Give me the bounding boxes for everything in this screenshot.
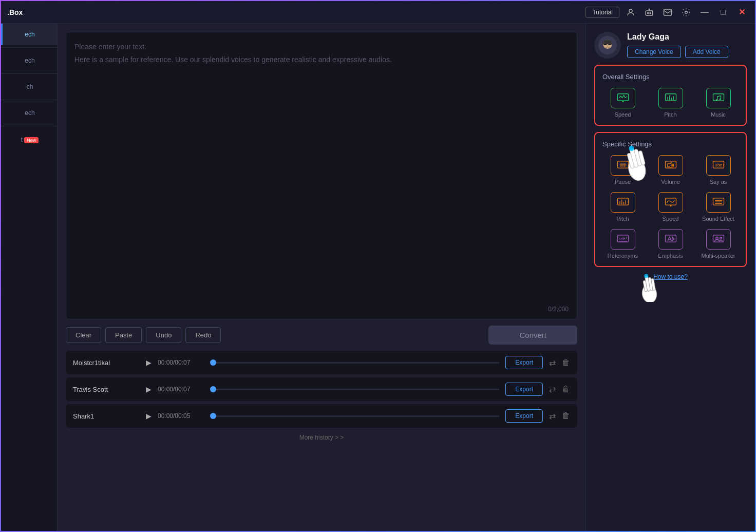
svg-point-21 — [719, 99, 721, 100]
svg-rect-32 — [617, 198, 628, 205]
overall-speed-item[interactable]: Speed — [602, 88, 643, 118]
audio-play-0[interactable]: ▶ — [146, 358, 152, 367]
specific-soundfx-icon-box — [706, 192, 731, 213]
audio-progress-0[interactable] — [210, 362, 499, 364]
specific-hetero-icon-box: abc def — [611, 229, 635, 250]
svg-text:def: def — [621, 236, 627, 240]
specific-pitch-icon-box — [611, 192, 635, 213]
sidebar-item-3[interactable]: ech — [1, 102, 57, 124]
specific-speed-item[interactable]: Speed — [650, 192, 691, 222]
specific-volume-item[interactable]: Volume — [650, 155, 691, 185]
overall-pitch-icon-box — [658, 88, 683, 108]
main-layout: ech ech ch ech t New — [1, 24, 755, 531]
sidebar-item-label-3: ech — [25, 109, 34, 117]
specific-emphasis-item[interactable]: Emphasis — [650, 229, 691, 259]
undo-button[interactable]: Undo — [146, 327, 181, 343]
specific-multispk-item[interactable]: Multi-speaker — [698, 229, 739, 259]
voice-header: Lady Gaga Change Voice Add Voice — [594, 32, 747, 59]
delete-icon-2[interactable]: 🗑 — [562, 411, 570, 421]
specific-hetero-item[interactable]: abc def Heteronyms — [602, 229, 643, 259]
export-button-0[interactable]: Export — [505, 356, 543, 369]
content-area: Please enter your text. Here is a sample… — [58, 24, 585, 531]
audio-progress-1[interactable] — [210, 389, 499, 390]
how-to-use-link[interactable]: How to use? — [594, 273, 747, 280]
overall-pitch-item[interactable]: Pitch — [650, 88, 691, 118]
sidebar-item-2[interactable]: ch — [1, 76, 57, 98]
voice-info: Lady Gaga Change Voice Add Voice — [627, 32, 728, 58]
audio-play-2[interactable]: ▶ — [146, 412, 152, 420]
svg-point-50 — [715, 237, 718, 240]
settings-icon[interactable] — [679, 5, 693, 20]
redo-button[interactable]: Redo — [185, 327, 221, 343]
sidebar-divider-3 — [1, 100, 57, 100]
title-bar: .Box Tutorial — □ ✕ — [1, 1, 755, 24]
svg-point-52 — [641, 283, 658, 302]
convert-button[interactable]: Convert — [488, 326, 577, 345]
overall-music-item[interactable]: Music — [698, 88, 739, 118]
svg-rect-56 — [643, 280, 648, 292]
more-history[interactable]: More history > > — [66, 431, 577, 444]
shuffle-icon-1[interactable]: ⇄ — [549, 385, 556, 394]
specific-soundfx-label: Sound Effect — [702, 216, 734, 222]
svg-rect-5 — [664, 9, 672, 15]
overall-music-icon-box — [706, 88, 731, 108]
paste-button[interactable]: Paste — [105, 327, 142, 343]
text-editor[interactable]: Please enter your text. Here is a sample… — [66, 32, 577, 319]
specific-settings-grid: Pause Volume — [602, 155, 739, 259]
minimize-button[interactable]: — — [697, 5, 712, 20]
overall-settings-section: Overall Settings Speed — [594, 65, 747, 126]
specific-pause-label: Pause — [615, 179, 631, 185]
tutorial-button[interactable]: Tutorial — [585, 7, 619, 18]
specific-settings-section: Specific Settings Pause — [594, 132, 747, 267]
export-button-2[interactable]: Export — [505, 409, 543, 423]
editor-placeholder: Please enter your text. Here is a sample… — [74, 41, 569, 66]
clear-button[interactable]: Clear — [66, 327, 101, 343]
specific-sayas-item[interactable]: abc 123 Say as — [698, 155, 739, 185]
title-bar-controls: Tutorial — □ ✕ — [585, 5, 749, 20]
svg-rect-27 — [665, 161, 676, 168]
audio-time-1: 00:00/00:07 — [158, 386, 204, 393]
audio-time-2: 00:00/00:05 — [158, 412, 204, 420]
close-button[interactable]: ✕ — [734, 5, 749, 20]
audio-play-1[interactable]: ▶ — [146, 385, 152, 393]
specific-pause-item[interactable]: Pause — [602, 155, 643, 185]
overall-settings-grid: Speed Pitch — [602, 88, 739, 118]
specific-emphasis-icon-box — [658, 229, 683, 250]
specific-speed-icon-box — [658, 192, 683, 213]
svg-point-20 — [715, 99, 717, 101]
sidebar-item-0[interactable]: ech — [1, 24, 57, 45]
specific-soundfx-item[interactable]: Sound Effect — [698, 192, 739, 222]
sidebar: ech ech ch ech t New — [1, 24, 58, 531]
audio-progress-2[interactable] — [210, 415, 499, 417]
sidebar-item-label-0: ech — [25, 31, 34, 38]
audio-progress-dot-2 — [210, 413, 216, 419]
char-count: 0/2,000 — [548, 306, 569, 313]
delete-icon-0[interactable]: 🗑 — [562, 358, 570, 367]
right-panel: Lady Gaga Change Voice Add Voice Overall… — [585, 24, 755, 531]
shuffle-icon-0[interactable]: ⇄ — [549, 358, 556, 368]
svg-point-51 — [720, 237, 722, 239]
overall-pitch-label: Pitch — [664, 111, 676, 118]
export-button-1[interactable]: Export — [505, 383, 543, 396]
sidebar-item-label-1: ech — [25, 57, 34, 64]
audio-row-2: Shark1 ▶ 00:00/00:05 Export ⇄ 🗑 — [66, 404, 577, 428]
user-icon[interactable] — [623, 5, 638, 20]
robot-icon[interactable] — [642, 5, 656, 20]
shuffle-icon-2[interactable]: ⇄ — [549, 411, 556, 421]
sidebar-item-4[interactable]: t New — [1, 128, 57, 150]
sidebar-item-1[interactable]: ech — [1, 50, 57, 71]
specific-pitch-item[interactable]: Pitch — [602, 192, 643, 222]
maximize-button[interactable]: □ — [716, 5, 730, 20]
specific-multispk-icon-box — [706, 229, 731, 250]
specific-settings-title: Specific Settings — [602, 140, 739, 148]
svg-rect-14 — [665, 94, 676, 101]
specific-pause-icon-box — [611, 155, 635, 176]
add-voice-button[interactable]: Add Voice — [685, 46, 728, 58]
overall-speed-icon-box — [611, 88, 635, 108]
audio-name-2: Shark1 — [73, 412, 140, 420]
mail-icon[interactable] — [660, 5, 675, 20]
change-voice-button[interactable]: Change Voice — [627, 46, 681, 58]
sidebar-divider-4 — [1, 126, 57, 126]
delete-icon-1[interactable]: 🗑 — [562, 385, 570, 394]
placeholder-line1: Please enter your text. — [74, 41, 569, 53]
